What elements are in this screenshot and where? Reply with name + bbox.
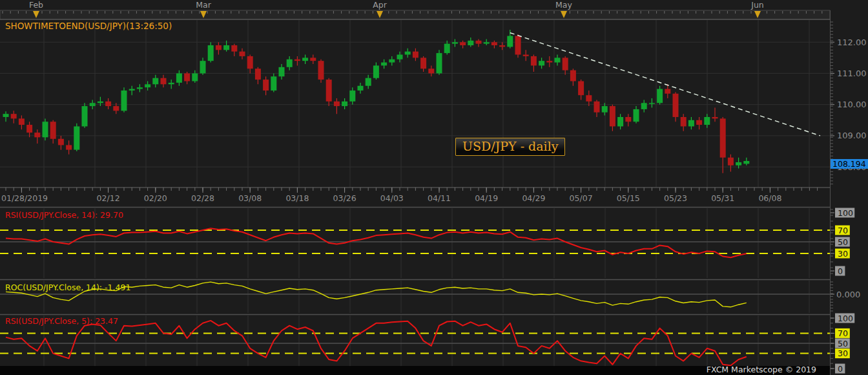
svg-text:04/29: 04/29 bbox=[522, 193, 545, 203]
candle bbox=[625, 117, 631, 122]
candle bbox=[594, 102, 600, 112]
candle bbox=[405, 52, 411, 55]
candle bbox=[11, 114, 17, 118]
candle bbox=[334, 102, 340, 106]
candle bbox=[563, 58, 568, 70]
candle bbox=[169, 83, 174, 84]
candle bbox=[665, 89, 670, 94]
candle bbox=[184, 73, 190, 81]
candle bbox=[515, 36, 521, 55]
candle bbox=[318, 61, 324, 80]
candle bbox=[145, 84, 150, 87]
candle bbox=[216, 45, 222, 50]
candle bbox=[192, 73, 198, 81]
svg-text:02/20: 02/20 bbox=[144, 193, 167, 203]
current-price-tag: 108.194 bbox=[831, 159, 868, 169]
svg-text:0: 0 bbox=[838, 364, 843, 374]
panel-rsi14[interactable] bbox=[0, 228, 830, 257]
candle bbox=[302, 58, 308, 61]
svg-text:100: 100 bbox=[838, 208, 853, 218]
price-axis[interactable]: 112.00111.00110.00109.00108.001007050300… bbox=[831, 10, 867, 375]
trendline[interactable] bbox=[510, 33, 820, 136]
candle bbox=[137, 87, 143, 89]
candle bbox=[712, 117, 718, 118]
candle bbox=[263, 80, 269, 91]
candle bbox=[255, 69, 261, 80]
svg-text:04/19: 04/19 bbox=[475, 193, 498, 203]
candle bbox=[743, 161, 749, 164]
svg-text:70: 70 bbox=[838, 226, 848, 235]
svg-text:100: 100 bbox=[838, 314, 853, 323]
candle bbox=[578, 81, 584, 96]
candle bbox=[3, 114, 9, 117]
svg-text:70: 70 bbox=[838, 328, 848, 338]
svg-text:0.000: 0.000 bbox=[836, 290, 860, 299]
svg-text:111.00: 111.00 bbox=[837, 69, 867, 78]
candle bbox=[34, 133, 40, 137]
candle bbox=[66, 145, 72, 149]
candle bbox=[728, 158, 734, 166]
svg-text:50: 50 bbox=[838, 339, 848, 348]
candlestick-series bbox=[3, 30, 750, 173]
candle bbox=[499, 45, 505, 47]
candle bbox=[208, 45, 214, 61]
candle bbox=[373, 65, 379, 78]
candle bbox=[121, 91, 127, 111]
svg-text:03/08: 03/08 bbox=[238, 193, 262, 203]
candle bbox=[223, 45, 229, 50]
symbol-timeframe-box[interactable]: USD/JPY - daily bbox=[455, 138, 565, 156]
candle bbox=[720, 118, 726, 157]
candle bbox=[74, 126, 79, 149]
candle bbox=[586, 95, 592, 102]
candle bbox=[420, 58, 426, 69]
candle bbox=[358, 86, 364, 91]
candle bbox=[240, 52, 245, 56]
candle bbox=[413, 52, 418, 58]
candle bbox=[688, 120, 694, 127]
month-ruler[interactable]: FebMarAprMayJun bbox=[0, 0, 830, 19]
candle bbox=[152, 78, 158, 85]
candle bbox=[634, 109, 639, 122]
candle bbox=[19, 118, 25, 125]
candle bbox=[98, 102, 103, 103]
chart-canvas[interactable]: FebMarAprMayJun01/28/201902/1202/2002/28… bbox=[0, 0, 868, 375]
candle bbox=[113, 106, 119, 111]
candle bbox=[105, 102, 111, 106]
candle bbox=[437, 53, 442, 73]
candle bbox=[428, 69, 434, 73]
candle bbox=[681, 117, 687, 126]
svg-text:112.00: 112.00 bbox=[837, 38, 867, 47]
candle bbox=[310, 58, 316, 61]
study-countdown-label: SHOWTIMETOEND(USD/JPY)(13:26:50) bbox=[5, 21, 172, 31]
svg-text:06/08: 06/08 bbox=[758, 193, 781, 203]
candle bbox=[523, 55, 529, 56]
svg-text:Apr: Apr bbox=[373, 0, 387, 10]
candle bbox=[349, 91, 355, 102]
candle bbox=[326, 80, 332, 102]
candle bbox=[50, 122, 56, 139]
marketscope-chart-window: FebMarAprMayJun01/28/201902/1202/2002/28… bbox=[0, 0, 868, 375]
candle bbox=[247, 56, 253, 69]
candle bbox=[176, 73, 182, 82]
gridlines bbox=[0, 19, 830, 366]
candle bbox=[26, 125, 32, 133]
copyright-label: FXCM Marketscope © 2019 bbox=[707, 365, 816, 374]
candle bbox=[43, 122, 48, 137]
candle bbox=[610, 106, 615, 126]
svg-text:02/12: 02/12 bbox=[97, 193, 120, 203]
candle bbox=[279, 67, 285, 76]
svg-text:03/18: 03/18 bbox=[285, 193, 309, 203]
panel-rsi5[interactable] bbox=[0, 321, 830, 365]
svg-text:05/07: 05/07 bbox=[570, 193, 593, 203]
candle bbox=[617, 117, 623, 126]
candle bbox=[570, 70, 576, 81]
svg-text:04/03: 04/03 bbox=[380, 193, 404, 203]
candle bbox=[452, 42, 458, 43]
candle bbox=[546, 61, 552, 62]
candle bbox=[539, 61, 544, 65]
svg-text:Feb: Feb bbox=[29, 0, 43, 10]
date-axis[interactable]: 01/28/201902/1202/2002/2803/0803/1803/26… bbox=[1, 188, 818, 203]
candle bbox=[389, 59, 395, 63]
svg-text:May: May bbox=[555, 0, 572, 10]
svg-text:05/15: 05/15 bbox=[617, 193, 640, 203]
